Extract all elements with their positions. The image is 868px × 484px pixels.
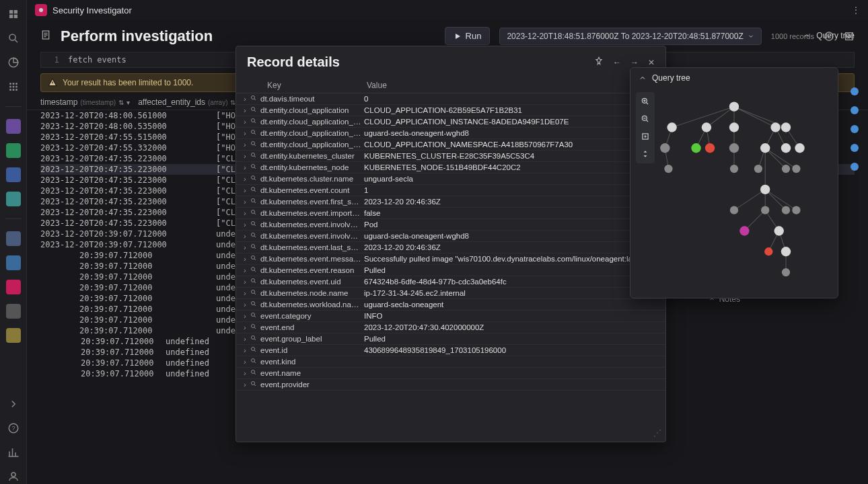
detail-row[interactable]: ›dt.kubernetes.event.involved_o...Pod	[236, 219, 665, 231]
filter-icon[interactable]	[250, 334, 260, 344]
expand-row-icon[interactable]: ›	[240, 209, 250, 217]
detail-row[interactable]: ›dt.kubernetes.event.first_seen2023-12-2…	[236, 196, 665, 208]
expand-row-icon[interactable]: ›	[240, 232, 250, 240]
expand-row-icon[interactable]: ›	[240, 369, 250, 377]
detail-row[interactable]: ›dt.kubernetes.node.nameip-172-31-34-245…	[236, 288, 665, 299]
close-icon[interactable]: ✕	[648, 58, 655, 67]
detail-row[interactable]: ›event.end2023-12-20T20:47:30.402000000Z	[236, 322, 665, 333]
detail-row[interactable]: ›event.provider	[236, 379, 665, 391]
expand-row-icon[interactable]: ›	[240, 140, 250, 149]
expand-row-icon[interactable]: ›	[240, 255, 250, 263]
filter-icon[interactable]	[250, 117, 260, 126]
app-shortcut-6[interactable]	[6, 255, 21, 270]
detail-row[interactable]: ›dt.kubernetes.event.uid674324b8-6dfe-48…	[236, 276, 665, 288]
filter-icon[interactable]	[250, 186, 260, 195]
expand-row-icon[interactable]: ›	[240, 243, 250, 251]
app-shortcut-7[interactable]	[6, 280, 21, 294]
filter-icon[interactable]	[250, 106, 260, 115]
expand-row-icon[interactable]: ›	[240, 106, 250, 114]
detail-row[interactable]: ›dt.entity.cloud_application_ins...CLOUD…	[236, 116, 665, 128]
filter-icon[interactable]	[250, 174, 260, 184]
expand-row-icon[interactable]: ›	[240, 312, 250, 320]
expand-row-icon[interactable]: ›	[240, 300, 250, 309]
search-icon[interactable]	[6, 31, 21, 46]
app-shortcut-4[interactable]	[6, 192, 21, 206]
expand-row-icon[interactable]: ›	[240, 346, 250, 354]
detail-row[interactable]: ›event.group_labelPulled	[236, 333, 665, 345]
detail-row[interactable]: ›dt.kubernetes.workload.nameuguard-secla…	[236, 299, 665, 311]
detail-row[interactable]: ›dt.kubernetes.event.count1	[236, 185, 665, 196]
filter-icon[interactable]	[250, 323, 260, 332]
filter-icon[interactable]	[250, 197, 260, 206]
expand-row-icon[interactable]: ›	[240, 175, 250, 183]
filter-icon[interactable]	[250, 151, 260, 161]
expand-row-icon[interactable]: ›	[240, 358, 250, 366]
expand-row-icon[interactable]: ›	[240, 220, 250, 229]
app-shortcut-1[interactable]	[6, 119, 21, 134]
query-tree-toggle[interactable]: Query tree	[803, 31, 855, 40]
timerange-selector[interactable]: 2023-12-20T18:48:51.876000Z To 2023-12-2…	[499, 28, 761, 45]
detail-row[interactable]: ›event.categoryINFO	[236, 311, 665, 322]
filter-icon[interactable]	[250, 208, 260, 218]
expand-row-icon[interactable]: ›	[240, 198, 250, 206]
more-icon[interactable]: ⋮	[852, 5, 860, 15]
zoom-in-icon[interactable]	[637, 93, 653, 110]
filter-icon[interactable]	[250, 94, 260, 104]
detail-row[interactable]: ›dt.kubernetes.event.importantfalse	[236, 208, 665, 219]
filter-icon[interactable]	[250, 346, 260, 355]
zoom-out-icon[interactable]	[637, 111, 653, 127]
expand-row-icon[interactable]: ›	[240, 266, 250, 274]
filter-icon[interactable]	[250, 380, 260, 389]
expand-row-icon[interactable]: ›	[240, 289, 250, 297]
app-shortcut-5[interactable]	[6, 231, 21, 246]
app-shortcut-8[interactable]	[6, 304, 21, 319]
filter-icon[interactable]	[250, 357, 260, 366]
query-tree-graph[interactable]	[630, 88, 838, 298]
detail-row[interactable]: ›dt.kubernetes.event.messageSuccessfully…	[236, 253, 665, 265]
apps-icon[interactable]	[6, 79, 21, 94]
expand-row-icon[interactable]: ›	[240, 380, 250, 389]
detail-row[interactable]: ›dt.kubernetes.cluster.nameunguard-secla	[236, 173, 665, 185]
next-icon[interactable]: →	[630, 58, 639, 67]
filter-icon[interactable]	[250, 128, 260, 138]
expand-row-icon[interactable]: ›	[240, 323, 250, 331]
filter-icon[interactable]	[250, 300, 260, 309]
prev-icon[interactable]: ←	[613, 58, 621, 67]
filter-icon[interactable]	[250, 163, 260, 172]
expand-row-icon[interactable]: ›	[240, 186, 250, 194]
expand-row-icon[interactable]: ›	[240, 118, 250, 126]
app-shortcut-9[interactable]	[6, 328, 21, 343]
help-icon[interactable]: ?	[6, 421, 21, 436]
filter-icon[interactable]	[250, 277, 260, 286]
filter-icon[interactable]	[250, 254, 260, 264]
col-timestamp[interactable]: timestamp (timestamp) ⇅▾	[40, 97, 130, 107]
detail-row[interactable]: ›dt.entity.cloud_application_ins...uguar…	[236, 128, 665, 139]
expand-row-icon[interactable]: ›	[240, 163, 250, 171]
run-button[interactable]: Run	[445, 27, 491, 45]
fit-icon[interactable]	[637, 128, 653, 145]
detail-row[interactable]: ›dt.entity.cloud_applicationCLOUD_APPLIC…	[236, 105, 665, 116]
detail-row[interactable]: ›event.name	[236, 368, 665, 379]
filter-icon[interactable]	[250, 220, 260, 229]
filter-icon[interactable]	[250, 368, 260, 378]
detail-row[interactable]: ›event.kind	[236, 356, 665, 368]
expand-row-icon[interactable]: ›	[240, 95, 250, 103]
collapse-icon[interactable]	[637, 146, 653, 162]
pin-icon[interactable]	[594, 56, 604, 68]
detail-row[interactable]: ›event.id4306899648935819849_17031051960…	[236, 345, 665, 356]
expand-row-icon[interactable]: ›	[240, 152, 250, 160]
chart-icon[interactable]	[6, 445, 21, 460]
filter-icon[interactable]	[250, 311, 260, 321]
detail-row[interactable]: ›dt.davis.timeout0	[236, 93, 665, 105]
col-affected-entity[interactable]: affected_entity_ids (array) ⇅▾	[138, 97, 242, 107]
expand-row-icon[interactable]: ›	[240, 278, 250, 286]
filter-icon[interactable]	[250, 288, 260, 298]
app-shortcut-3[interactable]	[6, 167, 21, 182]
user-icon[interactable]	[6, 469, 21, 484]
app-shortcut-2[interactable]	[6, 143, 21, 158]
detail-row[interactable]: ›dt.entity.cloud_application_na...CLOUD_…	[236, 139, 665, 151]
detail-row[interactable]: ›dt.kubernetes.event.involved_o...uguard…	[236, 231, 665, 242]
detail-row[interactable]: ›dt.entity.kubernetes_nodeKUBERNETES_NOD…	[236, 162, 665, 173]
expand-row-icon[interactable]: ›	[240, 335, 250, 343]
filter-icon[interactable]	[250, 140, 260, 149]
